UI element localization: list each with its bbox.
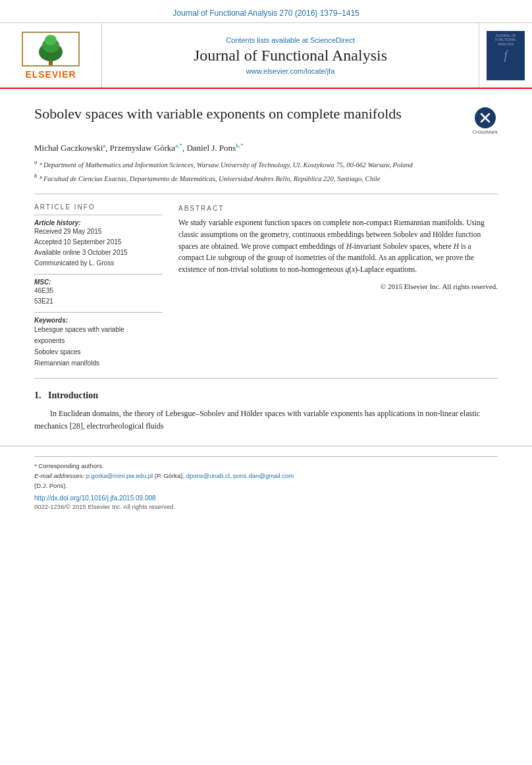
email-label: E-mail addresses:: [34, 472, 84, 479]
available-date: Available online 3 October 2015: [34, 248, 163, 258]
footer-area: * Corresponding authors. E-mail addresse…: [0, 446, 532, 517]
intro-section-title: 1. Introduction: [34, 390, 498, 401]
intro-paragraph: In Euclidean domains, the theory of Lebe…: [34, 408, 498, 433]
article-title-row: Sobolev spaces with variable exponents o…: [34, 105, 498, 136]
msc-block: MSC: 46E35 53E21: [34, 274, 163, 307]
info-divider-3: [34, 312, 163, 313]
email1-link[interactable]: p.gorka@mini.pw.edu.pl: [86, 472, 153, 479]
author2-sup: a,*: [175, 142, 182, 149]
abstract-text: We study variable exponent function spac…: [178, 217, 498, 276]
msc-label: MSC:: [34, 278, 163, 286]
article-info-col: ARTICLE INFO Article history: Received 2…: [34, 203, 163, 369]
footer-divider: [34, 456, 498, 457]
history-label: Article history:: [34, 219, 163, 226]
header-row: ELSEVIER Contents lists available at Sci…: [0, 23, 532, 89]
journal-mini-logo-icon: JOURNAL OFFUNCTIONALANALYSIS f: [487, 31, 525, 80]
footer-corresponding-note: * Corresponding authors.: [34, 461, 498, 471]
elsevier-logo-box: ELSEVIER: [0, 23, 102, 88]
journal-top-bar: Journal of Functional Analysis 270 (2016…: [0, 0, 532, 23]
journal-title-box: Contents lists available at ScienceDirec…: [102, 23, 479, 88]
author2-name: Przemysław Górka: [110, 144, 175, 153]
author1-name: Michał Gaczkowski: [34, 144, 103, 153]
journal-mini-icon: f: [496, 46, 516, 66]
affiliation-b: b ᵇ Facultad de Ciencias Exactas, Depart…: [34, 172, 498, 184]
info-abstract-row: ARTICLE INFO Article history: Received 2…: [34, 203, 498, 369]
elsevier-tree-icon: [21, 31, 80, 67]
sciencedirect-name[interactable]: ScienceDirect: [310, 36, 355, 44]
main-content: Sobolev spaces with variable exponents o…: [0, 89, 532, 446]
journal-main-title: Journal of Functional Analysis: [194, 47, 387, 65]
article-info-header: ARTICLE INFO: [34, 203, 163, 211]
abstract-copyright: © 2015 Elsevier Inc. All rights reserved…: [178, 281, 498, 292]
author3-sup: b,*: [236, 142, 243, 149]
info-divider-1: [34, 215, 163, 215]
page: Journal of Functional Analysis 270 (2016…: [0, 0, 532, 765]
info-divider-2: [34, 274, 163, 275]
journal-logo-box: JOURNAL OFFUNCTIONALANALYSIS f: [479, 23, 532, 88]
sciencedirect-link: Contents lists available at ScienceDirec…: [226, 36, 355, 44]
divider-after-abstract: [34, 378, 498, 379]
footer-dj-pons: (D.J. Pons).: [34, 481, 498, 490]
author3-name: Daniel J. Pons: [186, 144, 236, 153]
keywords-list: Lebesgue spaces with variableexponents S…: [34, 324, 163, 369]
authors-line: Michał Gaczkowskia, Przemysław Górkaa,*,…: [34, 142, 498, 153]
journal-url[interactable]: www.elsevier.com/locate/jfa: [246, 67, 335, 75]
keyword-1: Lebesgue spaces with variableexponents: [34, 324, 163, 346]
msc-code-2: 53E21: [34, 296, 163, 307]
svg-point-3: [45, 35, 57, 45]
communicated-by: Communicated by L. Gross: [34, 258, 163, 269]
email3-link[interactable]: pons.dan@gmail.com: [233, 472, 294, 479]
introduction-section: 1. Introduction In Euclidean domains, th…: [34, 390, 498, 433]
footer-copyright: 0022-1236/© 2015 Elsevier Inc. All right…: [34, 503, 498, 510]
keyword-2: Sobolev spaces: [34, 346, 163, 357]
email1-author: (P. Górka),: [155, 472, 184, 479]
elsevier-label: ELSEVIER: [25, 69, 76, 80]
affiliation-a: a ᵃ Department of Mathematics and Inform…: [34, 158, 498, 170]
keywords-label: Keywords:: [34, 317, 163, 324]
divider-after-affiliations: [34, 194, 498, 194]
accepted-date: Accepted 10 September 2015: [34, 237, 163, 248]
article-title-text: Sobolev spaces with variable exponents o…: [34, 105, 462, 124]
author1-sup: a: [103, 142, 105, 149]
footer-emails: E-mail addresses: p.gorka@mini.pw.edu.pl…: [34, 471, 498, 481]
journal-citation: Journal of Functional Analysis 270 (2016…: [173, 9, 359, 18]
keywords-block: Keywords: Lebesgue spaces with variablee…: [34, 312, 163, 369]
doi-link[interactable]: http://dx.doi.org/10.1016/j.jfa.2015.09.…: [34, 494, 156, 502]
abstract-col: ABSTRACT We study variable exponent func…: [178, 203, 498, 369]
crossmark-circle-icon: [475, 107, 496, 128]
footer-doi[interactable]: http://dx.doi.org/10.1016/j.jfa.2015.09.…: [34, 494, 498, 502]
msc-code-1: 46E35: [34, 286, 163, 296]
received-date: Received 29 May 2015: [34, 226, 163, 237]
keyword-3: Riemannian manifolds: [34, 357, 163, 369]
abstract-label: ABSTRACT: [178, 203, 498, 214]
email2-link[interactable]: dpons@unab.cl: [186, 472, 230, 479]
crossmark-badge[interactable]: CrossMark: [472, 107, 498, 136]
crossmark-label: CrossMark: [472, 129, 498, 136]
